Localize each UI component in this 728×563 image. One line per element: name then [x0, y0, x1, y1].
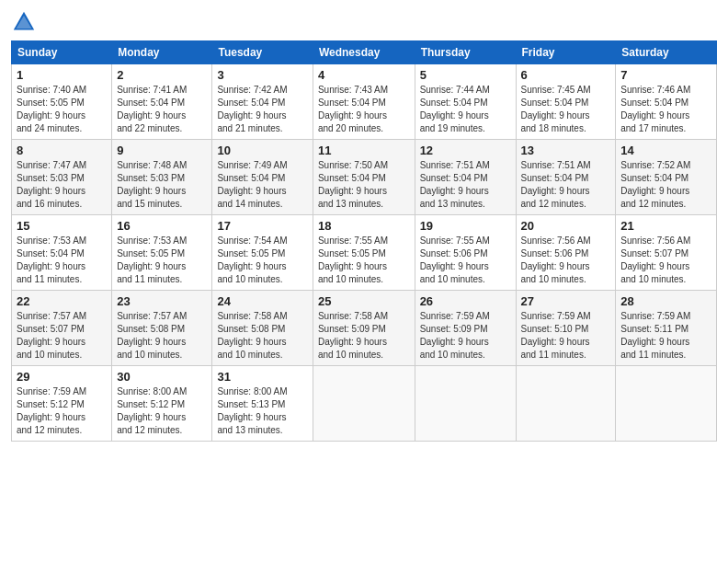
calendar-day-cell: [616, 366, 717, 442]
day-info: Sunrise: 7:54 AM Sunset: 5:05 PM Dayligh…: [217, 235, 307, 286]
day-number: 21: [620, 219, 711, 233]
calendar-day-cell: 27Sunrise: 7:59 AM Sunset: 5:10 PM Dayli…: [516, 291, 616, 366]
calendar-day-cell: 9Sunrise: 7:48 AM Sunset: 5:03 PM Daylig…: [112, 140, 212, 215]
calendar-day-cell: [415, 366, 516, 442]
calendar-day-cell: 28Sunrise: 7:59 AM Sunset: 5:11 PM Dayli…: [616, 291, 717, 366]
calendar-day-cell: 1Sunrise: 7:40 AM Sunset: 5:05 PM Daylig…: [12, 64, 112, 140]
calendar-day-cell: 23Sunrise: 7:57 AM Sunset: 5:08 PM Dayli…: [112, 291, 212, 366]
day-number: 31: [217, 370, 307, 384]
day-number: 7: [620, 68, 711, 82]
day-info: Sunrise: 7:53 AM Sunset: 5:04 PM Dayligh…: [17, 235, 107, 286]
day-info: Sunrise: 7:59 AM Sunset: 5:10 PM Dayligh…: [521, 310, 611, 362]
day-info: Sunrise: 7:59 AM Sunset: 5:09 PM Dayligh…: [420, 310, 511, 362]
day-info: Sunrise: 7:58 AM Sunset: 5:08 PM Dayligh…: [217, 310, 307, 362]
day-info: Sunrise: 7:49 AM Sunset: 5:04 PM Dayligh…: [217, 159, 307, 211]
day-number: 4: [318, 68, 410, 82]
calendar-day-cell: [516, 366, 616, 442]
day-info: Sunrise: 7:56 AM Sunset: 5:07 PM Dayligh…: [620, 235, 711, 286]
calendar-day-cell: 18Sunrise: 7:55 AM Sunset: 5:05 PM Dayli…: [313, 215, 415, 291]
day-number: 9: [117, 144, 207, 157]
day-number: 1: [17, 68, 107, 82]
day-info: Sunrise: 7:51 AM Sunset: 5:04 PM Dayligh…: [420, 159, 511, 211]
day-info: Sunrise: 7:48 AM Sunset: 5:03 PM Dayligh…: [117, 159, 207, 211]
weekday-header: Sunday: [12, 41, 112, 64]
day-info: Sunrise: 8:00 AM Sunset: 5:12 PM Dayligh…: [117, 385, 207, 437]
page-container: SundayMondayTuesdayWednesdayThursdayFrid…: [0, 0, 728, 451]
day-info: Sunrise: 7:59 AM Sunset: 5:11 PM Dayligh…: [620, 310, 711, 362]
day-number: 18: [318, 219, 410, 233]
calendar-day-cell: 7Sunrise: 7:46 AM Sunset: 5:04 PM Daylig…: [616, 64, 717, 140]
calendar-day-cell: 10Sunrise: 7:49 AM Sunset: 5:04 PM Dayli…: [212, 140, 313, 215]
day-number: 3: [217, 68, 307, 82]
calendar-day-cell: 20Sunrise: 7:56 AM Sunset: 5:06 PM Dayli…: [516, 215, 616, 291]
day-info: Sunrise: 7:46 AM Sunset: 5:04 PM Dayligh…: [620, 84, 711, 135]
calendar-day-cell: 14Sunrise: 7:52 AM Sunset: 5:04 PM Dayli…: [616, 140, 717, 215]
calendar-day-cell: 21Sunrise: 7:56 AM Sunset: 5:07 PM Dayli…: [616, 215, 717, 291]
day-number: 14: [620, 144, 711, 157]
day-number: 13: [521, 144, 611, 157]
calendar-day-cell: 16Sunrise: 7:53 AM Sunset: 5:05 PM Dayli…: [112, 215, 212, 291]
day-info: Sunrise: 7:55 AM Sunset: 5:06 PM Dayligh…: [420, 235, 511, 286]
day-info: Sunrise: 7:43 AM Sunset: 5:04 PM Dayligh…: [318, 84, 410, 135]
logo-icon: [11, 9, 37, 35]
calendar-header-row: SundayMondayTuesdayWednesdayThursdayFrid…: [12, 41, 717, 64]
day-number: 26: [420, 294, 511, 308]
day-info: Sunrise: 7:57 AM Sunset: 5:08 PM Dayligh…: [117, 310, 207, 362]
calendar-day-cell: 2Sunrise: 7:41 AM Sunset: 5:04 PM Daylig…: [112, 64, 212, 140]
calendar-day-cell: 19Sunrise: 7:55 AM Sunset: 5:06 PM Dayli…: [415, 215, 516, 291]
weekday-header: Wednesday: [313, 41, 415, 64]
day-info: Sunrise: 7:41 AM Sunset: 5:04 PM Dayligh…: [117, 84, 207, 135]
day-number: 10: [217, 144, 307, 157]
calendar-day-cell: 8Sunrise: 7:47 AM Sunset: 5:03 PM Daylig…: [12, 140, 112, 215]
weekday-header: Saturday: [616, 41, 717, 64]
calendar-day-cell: [313, 366, 415, 442]
day-number: 22: [17, 294, 107, 308]
day-number: 30: [117, 370, 207, 384]
day-number: 23: [117, 294, 207, 308]
weekday-header: Monday: [112, 41, 212, 64]
logo: [11, 9, 40, 35]
day-info: Sunrise: 7:58 AM Sunset: 5:09 PM Dayligh…: [318, 310, 410, 362]
day-number: 25: [318, 294, 410, 308]
calendar-day-cell: 3Sunrise: 7:42 AM Sunset: 5:04 PM Daylig…: [212, 64, 313, 140]
day-number: 20: [521, 219, 611, 233]
day-info: Sunrise: 7:50 AM Sunset: 5:04 PM Dayligh…: [318, 159, 410, 211]
weekday-header: Friday: [516, 41, 616, 64]
calendar-day-cell: 13Sunrise: 7:51 AM Sunset: 5:04 PM Dayli…: [516, 140, 616, 215]
day-number: 12: [420, 144, 511, 157]
calendar-day-cell: 26Sunrise: 7:59 AM Sunset: 5:09 PM Dayli…: [415, 291, 516, 366]
calendar-day-cell: 29Sunrise: 7:59 AM Sunset: 5:12 PM Dayli…: [12, 366, 112, 442]
day-info: Sunrise: 7:52 AM Sunset: 5:04 PM Dayligh…: [620, 159, 711, 211]
day-number: 15: [17, 219, 107, 233]
day-number: 5: [420, 68, 511, 82]
day-info: Sunrise: 7:55 AM Sunset: 5:05 PM Dayligh…: [318, 235, 410, 286]
day-info: Sunrise: 7:51 AM Sunset: 5:04 PM Dayligh…: [521, 159, 611, 211]
day-info: Sunrise: 7:44 AM Sunset: 5:04 PM Dayligh…: [420, 84, 511, 135]
calendar-day-cell: 5Sunrise: 7:44 AM Sunset: 5:04 PM Daylig…: [415, 64, 516, 140]
calendar-day-cell: 17Sunrise: 7:54 AM Sunset: 5:05 PM Dayli…: [212, 215, 313, 291]
calendar-day-cell: 25Sunrise: 7:58 AM Sunset: 5:09 PM Dayli…: [313, 291, 415, 366]
calendar-day-cell: 4Sunrise: 7:43 AM Sunset: 5:04 PM Daylig…: [313, 64, 415, 140]
day-info: Sunrise: 7:59 AM Sunset: 5:12 PM Dayligh…: [17, 385, 107, 437]
day-info: Sunrise: 7:47 AM Sunset: 5:03 PM Dayligh…: [17, 159, 107, 211]
calendar-day-cell: 11Sunrise: 7:50 AM Sunset: 5:04 PM Dayli…: [313, 140, 415, 215]
weekday-header: Thursday: [415, 41, 516, 64]
calendar-day-cell: 31Sunrise: 8:00 AM Sunset: 5:13 PM Dayli…: [212, 366, 313, 442]
day-info: Sunrise: 7:57 AM Sunset: 5:07 PM Dayligh…: [17, 310, 107, 362]
calendar-week-row: 15Sunrise: 7:53 AM Sunset: 5:04 PM Dayli…: [12, 215, 717, 291]
day-info: Sunrise: 7:40 AM Sunset: 5:05 PM Dayligh…: [17, 84, 107, 135]
day-info: Sunrise: 7:45 AM Sunset: 5:04 PM Dayligh…: [521, 84, 611, 135]
day-info: Sunrise: 7:53 AM Sunset: 5:05 PM Dayligh…: [117, 235, 207, 286]
day-info: Sunrise: 7:56 AM Sunset: 5:06 PM Dayligh…: [521, 235, 611, 286]
calendar-week-row: 1Sunrise: 7:40 AM Sunset: 5:05 PM Daylig…: [12, 64, 717, 140]
day-number: 11: [318, 144, 410, 157]
day-number: 28: [620, 294, 711, 308]
calendar-week-row: 8Sunrise: 7:47 AM Sunset: 5:03 PM Daylig…: [12, 140, 717, 215]
weekday-header: Tuesday: [212, 41, 313, 64]
calendar-day-cell: 15Sunrise: 7:53 AM Sunset: 5:04 PM Dayli…: [12, 215, 112, 291]
day-info: Sunrise: 7:42 AM Sunset: 5:04 PM Dayligh…: [217, 84, 307, 135]
calendar-week-row: 29Sunrise: 7:59 AM Sunset: 5:12 PM Dayli…: [12, 366, 717, 442]
day-number: 24: [217, 294, 307, 308]
day-number: 29: [17, 370, 107, 384]
calendar-day-cell: 22Sunrise: 7:57 AM Sunset: 5:07 PM Dayli…: [12, 291, 112, 366]
